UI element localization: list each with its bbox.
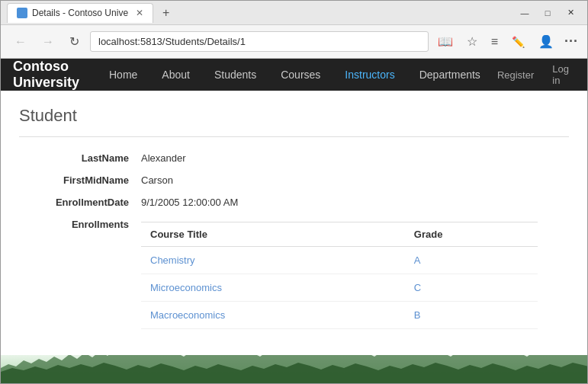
browser-nav-bar: ← → ↻ localhost:5813/Students/Details/1 … (1, 25, 587, 59)
title-bar-left: Details - Contoso Unive ✕ + (7, 3, 514, 23)
enrollments-section: Course Title Grade Chemistry A (141, 222, 538, 329)
annotate-icon[interactable]: ✏️ (509, 33, 528, 51)
forward-button[interactable]: → (37, 32, 59, 52)
login-link[interactable]: Log in (546, 60, 575, 89)
reader-view-icon[interactable]: 📖 (435, 31, 456, 52)
title-bar: Details - Contoso Unive ✕ + — □ ✕ (1, 1, 587, 25)
settings-icon[interactable]: ≡ (488, 32, 501, 52)
enrollment-row-2: Macroeconomics B (141, 302, 538, 329)
label-firstmidname: FirstMidName (19, 174, 141, 186)
tab-close-button[interactable]: ✕ (136, 8, 143, 18)
close-button[interactable]: ✕ (560, 5, 581, 21)
new-tab-button[interactable]: + (156, 3, 175, 23)
browser-tab[interactable]: Details - Contoso Unive ✕ (7, 3, 153, 23)
course-link-chemistry[interactable]: Chemistry (150, 254, 195, 266)
label-enrollments: Enrollments (19, 219, 141, 230)
more-menu-button[interactable]: ··· (564, 34, 578, 50)
label-enrollmentdate: EnrollmentDate (19, 197, 141, 208)
detail-table: LastName Alexander FirstMidName Carson E… (19, 152, 569, 329)
course-link-microeconomics[interactable]: Microeconomics (150, 282, 222, 293)
tab-title: Details - Contoso Unive (32, 8, 128, 18)
nav-item-instructors[interactable]: Instructors (334, 64, 405, 85)
app-navbar: Contoso University Home About Students C… (1, 59, 587, 91)
nav-item-home[interactable]: Home (98, 64, 148, 85)
page-title: Student (19, 106, 569, 126)
table-header-row: Course Title Grade (141, 222, 538, 247)
nav-item-courses[interactable]: Courses (270, 64, 331, 85)
scenic-footer (1, 355, 587, 383)
enrollments-table: Course Title Grade Chemistry A (141, 222, 538, 329)
enrollment-row-1: Microeconomics C (141, 274, 538, 302)
browser-nav-icons: 📖 ☆ ≡ ✏️ 👤 ··· (435, 31, 578, 52)
page-content: Contoso University Home About Students C… (1, 59, 587, 383)
field-enrollments: Enrollments Course Title Grade (19, 219, 569, 329)
minimize-button[interactable]: — (514, 5, 535, 21)
field-lastname: LastName Alexander (19, 152, 569, 164)
refresh-button[interactable]: ↻ (65, 31, 84, 52)
divider (19, 136, 569, 137)
field-firstmidname: FirstMidName Carson (19, 174, 569, 186)
register-link[interactable]: Register (491, 66, 540, 84)
address-bar[interactable]: localhost:5813/Students/Details/1 (90, 31, 429, 52)
nav-item-departments[interactable]: Departments (409, 64, 491, 85)
value-enrollmentdate: 9/1/2005 12:00:00 AM (141, 197, 238, 208)
grade-link-microeconomics[interactable]: C (414, 282, 421, 293)
app-brand: Contoso University (13, 59, 83, 91)
address-text: localhost:5813/Students/Details/1 (98, 36, 420, 47)
col-course-title: Course Title (141, 222, 405, 247)
grade-link-macroeconomics[interactable]: B (414, 309, 421, 321)
field-enrollmentdate: EnrollmentDate 9/1/2005 12:00:00 AM (19, 197, 569, 208)
col-grade: Grade (405, 222, 538, 247)
label-lastname: LastName (19, 152, 141, 164)
tab-favicon (17, 8, 27, 18)
nav-item-about[interactable]: About (151, 64, 201, 85)
grade-chemistry: A (405, 247, 538, 274)
scenic-silhouette-svg (1, 355, 587, 383)
app-nav-right: Register Log in (491, 60, 575, 89)
favorites-icon[interactable]: ☆ (464, 31, 480, 52)
grade-macroeconomics: B (405, 302, 538, 329)
maximize-button[interactable]: □ (537, 5, 558, 21)
enrollment-row-0: Chemistry A (141, 247, 538, 274)
grade-link-chemistry[interactable]: A (414, 254, 421, 266)
account-icon[interactable]: 👤 (535, 31, 557, 52)
course-microeconomics: Microeconomics (141, 274, 405, 302)
app-nav: Home About Students Courses Instructors … (98, 64, 491, 85)
course-chemistry: Chemistry (141, 247, 405, 274)
grade-microeconomics: C (405, 274, 538, 302)
nav-item-students[interactable]: Students (204, 64, 267, 85)
window-controls: — □ ✕ (514, 5, 581, 21)
course-macroeconomics: Macroeconomics (141, 302, 405, 329)
main-body: Student LastName Alexander FirstMidName … (1, 91, 587, 355)
course-link-macroeconomics[interactable]: Macroeconomics (150, 309, 225, 321)
value-lastname: Alexander (141, 152, 186, 164)
browser-window: Details - Contoso Unive ✕ + — □ ✕ ← → ↻ … (0, 0, 588, 384)
value-firstmidname: Carson (141, 174, 173, 186)
back-button[interactable]: ← (10, 32, 31, 52)
